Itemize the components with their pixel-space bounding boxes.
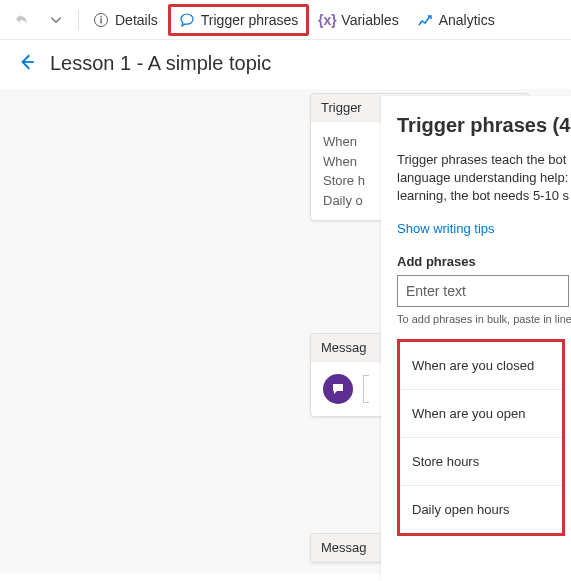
details-button[interactable]: Details (85, 4, 166, 36)
add-phrase-input[interactable] (406, 283, 560, 299)
undo-button (6, 4, 38, 36)
back-button[interactable] (18, 53, 36, 74)
analytics-button[interactable]: Analytics (409, 4, 503, 36)
writing-tips-link[interactable]: Show writing tips (397, 221, 495, 236)
svg-rect-2 (100, 16, 101, 17)
details-label: Details (115, 12, 158, 28)
panel-description: Trigger phrases teach the bot language u… (397, 151, 571, 206)
history-dropdown[interactable] (40, 4, 72, 36)
chevron-down-icon (48, 12, 64, 28)
phrase-item[interactable]: Daily open hours (400, 486, 562, 533)
trigger-phrases-panel: Trigger phrases (4) Trigger phrases teac… (381, 96, 571, 581)
svg-rect-1 (100, 18, 101, 23)
variables-label: Variables (341, 12, 398, 28)
bulk-hint: To add phrases in bulk, paste in line-se… (397, 313, 571, 325)
add-phrases-label: Add phrases (397, 254, 571, 269)
separator (78, 10, 79, 30)
analytics-label: Analytics (439, 12, 495, 28)
variables-icon: {x} (319, 12, 335, 28)
undo-icon (14, 12, 30, 28)
trigger-phrases-label: Trigger phrases (201, 12, 299, 28)
message-input-stub (363, 375, 369, 403)
variables-button[interactable]: {x} Variables (311, 4, 406, 36)
chat-icon (323, 374, 353, 404)
trigger-phrases-button[interactable]: Trigger phrases (168, 4, 310, 36)
add-phrase-input-wrap[interactable] (397, 275, 569, 307)
phrase-list: When are you closed When are you open St… (397, 339, 565, 536)
comment-icon (179, 12, 195, 28)
phrase-item[interactable]: Store hours (400, 438, 562, 486)
phrase-item[interactable]: When are you open (400, 390, 562, 438)
page-title: Lesson 1 - A simple topic (50, 52, 271, 75)
analytics-icon (417, 12, 433, 28)
phrase-item[interactable]: When are you closed (400, 342, 562, 390)
panel-title: Trigger phrases (4) (397, 114, 571, 137)
info-icon (93, 12, 109, 28)
